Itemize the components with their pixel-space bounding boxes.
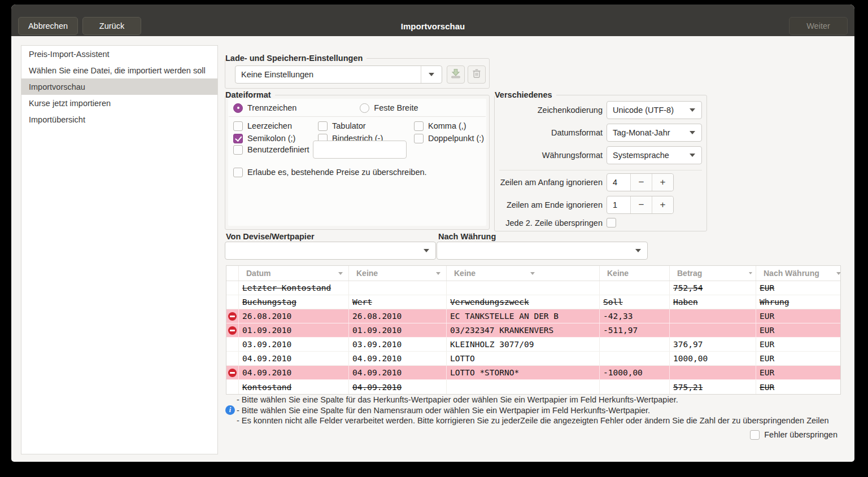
table-cell: Whrung	[756, 295, 840, 309]
sidebar-item-5[interactable]: Importübersicht	[21, 111, 217, 128]
table-row[interactable]: 04.09.201004.09.2010LOTTO1000,00EUR	[226, 352, 840, 366]
table-cell: 03.09.2010	[349, 338, 447, 351]
table-cell: EUR	[756, 380, 840, 394]
checkbox-separator-comma[interactable]: Komma (,)	[411, 120, 496, 132]
column-header-combo[interactable]: Keine	[600, 266, 670, 281]
chevron-down-icon	[436, 272, 440, 275]
column-header-label: Datum	[246, 269, 271, 278]
row-status-cell	[226, 338, 239, 351]
checkbox-box	[233, 121, 243, 131]
sidebar-item-2[interactable]: Wählen Sie eine Datei, die importiert we…	[21, 62, 217, 78]
plus-button[interactable]	[652, 174, 673, 191]
table-cell: -1000,00	[600, 366, 670, 379]
settings-combobox[interactable]: Keine Einstellungen	[235, 65, 442, 84]
to-currency-label: Nach Währung	[438, 232, 496, 241]
table-row[interactable]: 04.09.201004.09.2010LOTTO *STORNO*-1000,…	[226, 366, 840, 380]
from-commodity-combobox[interactable]	[225, 242, 436, 260]
custom-separator-input[interactable]	[313, 141, 407, 159]
currency-format-combobox[interactable]: Systemsprache	[607, 146, 702, 164]
row-status-cell	[226, 323, 239, 337]
table-row[interactable]: BuchungstagWertVerwendungszweckSollHaben…	[226, 295, 840, 309]
column-header-combo[interactable]: Keine	[349, 266, 447, 281]
delete-settings-button[interactable]	[468, 65, 486, 84]
encoding-combobox[interactable]: Unicode (UTF-8)	[607, 101, 702, 119]
miscellaneous-frame: Verschiedenes Zeichenkodierung Unicode (…	[494, 95, 707, 231]
encoding-value: Unicode (UTF-8)	[607, 102, 690, 119]
column-header-combo[interactable]: Datum	[239, 266, 349, 281]
load-save-settings-frame: Lade- und Speichern-Einstellungen Keine …	[225, 58, 490, 89]
radio-indicator	[233, 103, 243, 113]
table-cell: 01.09.2010	[349, 323, 447, 337]
save-settings-button[interactable]	[447, 65, 465, 84]
table-cell: Kontostand	[239, 380, 349, 394]
table-cell	[600, 380, 670, 394]
encoding-label: Zeichenkodierung	[495, 101, 603, 119]
back-button[interactable]: Zurück	[82, 17, 141, 35]
table-row[interactable]: 03.09.201003.09.2010KLEINHOLZ 3077/09376…	[226, 338, 840, 352]
column-header-combo[interactable]: Nach Währung	[756, 266, 840, 281]
table-row[interactable]: Letzter Kontostand752,54EUR	[226, 281, 840, 295]
column-header-combo[interactable]: Betrag	[670, 266, 756, 281]
radio-row: TrennzeichenFeste Breite	[233, 102, 481, 114]
checkbox-separator-space[interactable]: Leerzeichen	[230, 120, 315, 132]
table-row[interactable]: 01.09.201001.09.201003/232347 KRANKENVER…	[226, 323, 840, 338]
spinner-value[interactable]: 4	[607, 174, 630, 191]
row-status-cell	[226, 309, 239, 323]
chevron-down-icon	[690, 154, 695, 157]
table-cell: Haben	[670, 295, 756, 309]
separator-line	[499, 170, 702, 170]
skip-errors-checkbox[interactable]: Fehler überspringen	[750, 429, 838, 440]
table-cell	[670, 366, 756, 379]
separator-line	[229, 116, 486, 117]
chevron-down-icon	[836, 272, 840, 275]
skip-alternate-lines-checkbox[interactable]	[607, 218, 616, 227]
chevron-down-icon	[424, 249, 429, 252]
radio-separated[interactable]: Trennzeichen	[233, 103, 296, 113]
chevron-down-icon	[635, 249, 641, 252]
table-cell: 03/232347 KRANKENVERS	[447, 323, 600, 337]
row-status-cell	[226, 281, 239, 295]
table-cell: EUR	[756, 338, 840, 351]
column-header-empty	[226, 266, 239, 281]
minus-button[interactable]	[630, 196, 652, 213]
checkbox-box	[318, 121, 328, 131]
table-cell: EUR	[756, 366, 840, 379]
plus-button[interactable]	[652, 196, 673, 213]
column-header-combo[interactable]: Keine	[447, 266, 600, 281]
file-format-frame: Dateiformat TrennzeichenFeste Breite Lee…	[225, 95, 490, 230]
checkbox-box	[750, 430, 760, 440]
to-currency-combobox[interactable]	[437, 242, 648, 260]
chevron-down-icon	[429, 73, 434, 76]
table-cell	[670, 323, 756, 337]
message-line: - Es konnten nicht alle Felder verarbeit…	[237, 415, 853, 426]
sidebar-item-1[interactable]: Preis-Import-Assistent	[21, 46, 217, 62]
table-cell: EUR	[756, 323, 840, 337]
sidebar-item-4[interactable]: Kurse jetzt importieren	[21, 95, 217, 111]
checkbox-separator-tab[interactable]: Tabulator	[315, 120, 411, 132]
table-cell: 376,97	[670, 338, 756, 351]
radio-fixed-width[interactable]: Feste Breite	[360, 103, 418, 113]
table-row[interactable]: 26.08.201026.08.2010EC TANKSTELLE AN DER…	[226, 309, 840, 323]
checkbox-box	[414, 121, 424, 131]
date-format-combobox[interactable]: Tag-Monat-Jahr	[607, 124, 702, 142]
radio-label: Feste Breite	[374, 103, 418, 112]
message-line: - Bitte wählen Sie eine Spalte für den N…	[237, 405, 853, 416]
file-format-panel: TrennzeichenFeste Breite LeerzeichenTabu…	[228, 99, 486, 226]
checkbox-separator-colon[interactable]: Doppelpunkt (:)	[411, 132, 496, 145]
spinner-value[interactable]: 1	[607, 196, 630, 213]
cancel-button[interactable]: Abbrechen	[18, 17, 78, 35]
minus-button[interactable]	[630, 174, 652, 191]
skip-leading-lines-spinner: 4	[607, 173, 674, 191]
forward-button[interactable]: Weiter	[789, 17, 848, 35]
from-commodity-value	[225, 242, 424, 259]
checkbox-overwrite-prices[interactable]: Erlaube es, bestehende Preise zu übersch…	[233, 166, 427, 178]
table-cell: 1000,00	[670, 352, 756, 365]
checkbox-custom-separator[interactable]: Benutzerdefiniert	[233, 141, 309, 159]
table-cell: 04.09.2010	[349, 352, 447, 365]
skip-leading-lines-label: Zeilen am Anfang ignorieren	[495, 173, 603, 191]
table-cell: LOTTO	[447, 352, 600, 365]
table-row[interactable]: Kontostand04.09.2010575,21EUR	[226, 380, 840, 394]
radio-indicator	[360, 103, 369, 113]
sidebar-item-3[interactable]: Importvorschau	[21, 78, 217, 95]
preview-table-body: Letzter Kontostand752,54EURBuchungstagWe…	[226, 281, 840, 394]
